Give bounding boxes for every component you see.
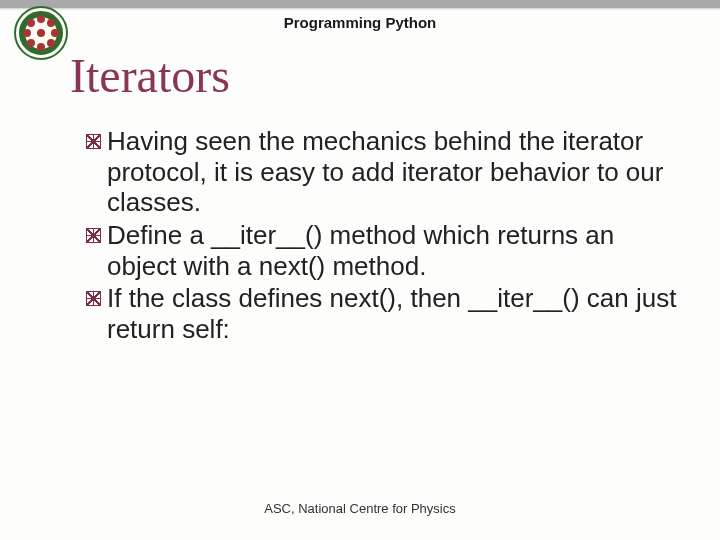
bullet-icon <box>86 134 101 149</box>
svg-point-10 <box>47 39 55 47</box>
header-label: Programming Python <box>0 14 720 31</box>
list-item: Define a __iter__() method which returns… <box>86 220 680 281</box>
bullet-text: If the class defines next(), then __iter… <box>107 283 680 344</box>
top-accent-bar <box>0 0 720 8</box>
bullet-text: Having seen the mechanics behind the ite… <box>107 126 680 218</box>
slide-body: Having seen the mechanics behind the ite… <box>86 126 680 347</box>
svg-point-9 <box>27 39 35 47</box>
footer-text: ASC, National Centre for Physics <box>0 501 720 516</box>
bullet-icon <box>86 228 101 243</box>
slide-title: Iterators <box>70 48 230 103</box>
list-item: Having seen the mechanics behind the ite… <box>86 126 680 218</box>
slide: Programming Python Iterators Having seen… <box>0 0 720 540</box>
bullet-text: Define a __iter__() method which returns… <box>107 220 680 281</box>
list-item: If the class defines next(), then __iter… <box>86 283 680 344</box>
bullet-icon <box>86 291 101 306</box>
svg-point-4 <box>37 43 45 51</box>
